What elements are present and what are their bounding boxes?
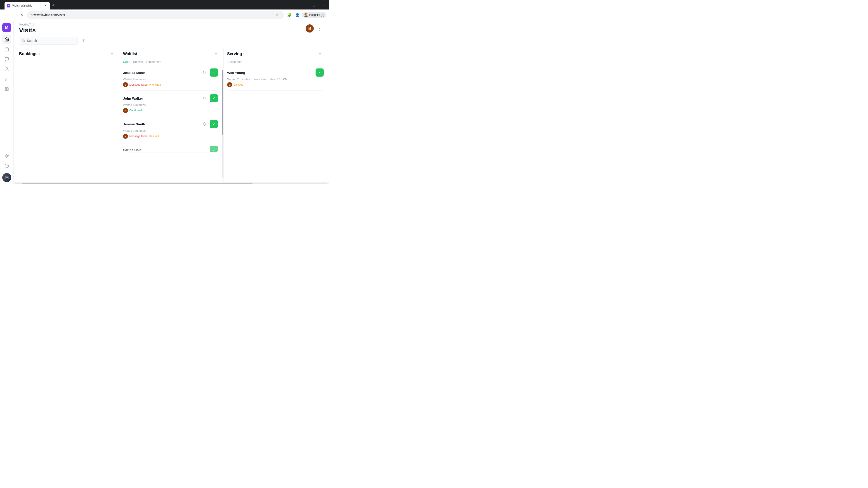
sidebar-item-home[interactable] bbox=[2, 35, 11, 44]
columns-container: Bookings › + Waitlist › + Open bbox=[13, 47, 329, 182]
sidebar-item-analytics[interactable] bbox=[2, 74, 11, 84]
page-title: Visits bbox=[19, 27, 36, 34]
visit-card-sarina-dale[interactable]: Sarina Dale ✓ bbox=[123, 142, 218, 153]
bookings-chevron[interactable]: › bbox=[39, 52, 40, 56]
bell-jemina-button[interactable] bbox=[201, 121, 208, 128]
active-tab[interactable]: W Visits | Waitwhile ✕ bbox=[4, 2, 50, 9]
maximize-button[interactable]: □ bbox=[308, 2, 319, 9]
visit-name-wee: Wee Young bbox=[227, 71, 245, 74]
serving-title: Serving bbox=[227, 52, 242, 56]
waitlist-list: Jessica Moon ✓ Waited 2 minutes M M bbox=[123, 65, 219, 182]
svg-point-4 bbox=[6, 68, 7, 69]
visit-wait-jessica: Waited 2 minutes bbox=[123, 77, 218, 81]
serving-status: 1 customer bbox=[227, 60, 324, 65]
bell-john-button[interactable] bbox=[201, 95, 208, 102]
check-sarina-button[interactable]: ✓ bbox=[210, 146, 218, 153]
incognito-label: Incognito (2) bbox=[309, 13, 324, 17]
waitlist-chevron[interactable]: › bbox=[139, 52, 140, 56]
window-controls: ─ □ ✕ bbox=[298, 2, 329, 9]
serving-add-button[interactable]: + bbox=[316, 50, 324, 57]
sidebar: M 🎮 bbox=[0, 20, 13, 184]
bookings-add-button[interactable]: + bbox=[108, 50, 116, 57]
search-icon bbox=[22, 39, 25, 43]
incognito-icon: 🕵 bbox=[304, 13, 308, 17]
url-text: new.waitwhile.com/visits bbox=[31, 13, 274, 17]
tag-message-failed-jessica: Message failed bbox=[129, 83, 148, 86]
sidebar-item-lightning[interactable] bbox=[2, 151, 11, 160]
sidebar-item-calendar[interactable] bbox=[2, 45, 11, 54]
more-options-button[interactable]: ⋮ bbox=[315, 24, 324, 33]
waitlist-status: Open · 1m wait · 4 customers bbox=[123, 60, 219, 65]
tag-delayed-jemina: Delayed bbox=[149, 135, 159, 138]
extensions-button[interactable]: 🧩 bbox=[286, 11, 293, 19]
visit-card-jessica-moon[interactable]: Jessica Moon ✓ Waited 2 minutes M M bbox=[123, 65, 218, 91]
svg-line-13 bbox=[24, 41, 25, 41]
avatar-jemina: M bbox=[123, 134, 128, 139]
profile-button[interactable]: 👤 bbox=[294, 11, 301, 19]
reload-button[interactable]: ↻ bbox=[18, 11, 25, 19]
bookings-list bbox=[19, 60, 116, 182]
browser-chrome: W Visits | Waitwhile ✕ + ─ □ ✕ ← → ↻ new… bbox=[0, 0, 329, 20]
tag-prioritized-jessica: Prioritized bbox=[149, 83, 161, 86]
check-jemina-button[interactable]: ✓ bbox=[210, 120, 218, 128]
visit-name-sarina: Sarina Dale bbox=[123, 148, 142, 152]
visit-name: Jessica Moon bbox=[123, 71, 145, 74]
bottom-scrollbar[interactable] bbox=[13, 182, 329, 184]
visit-name-john: John Walker bbox=[123, 96, 143, 100]
serving-chevron[interactable]: › bbox=[243, 52, 245, 56]
bookmark-button[interactable]: ☆ bbox=[274, 12, 280, 18]
column-waitlist: Waitlist › + Open · 1m wait · 4 customer… bbox=[123, 47, 223, 182]
waitlist-open-label: Open bbox=[123, 60, 130, 64]
check-jessica-button[interactable]: ✓ bbox=[210, 68, 218, 76]
sidebar-item-help[interactable] bbox=[2, 161, 11, 170]
sidebar-logo[interactable]: M bbox=[2, 23, 11, 32]
visit-name-jemina: Jemina Smith bbox=[123, 122, 145, 126]
bookings-title: Bookings bbox=[19, 52, 37, 56]
url-bar[interactable]: new.waitwhile.com/visits ☆ bbox=[27, 11, 284, 19]
column-bookings: Bookings › + bbox=[19, 47, 119, 182]
tag-message-failed-jemina: Message failed bbox=[129, 135, 148, 138]
minimize-button[interactable]: ─ bbox=[298, 2, 308, 9]
tag-delayed-wee: Delayed bbox=[234, 83, 243, 86]
svg-marker-9 bbox=[5, 154, 8, 158]
sidebar-item-chat[interactable] bbox=[2, 55, 11, 64]
tab-favicon: W bbox=[7, 4, 10, 7]
main-content: Moodjoy7434 Visits M ⋮ bbox=[13, 20, 329, 184]
new-tab-button[interactable]: + bbox=[50, 2, 57, 8]
close-window-button[interactable]: ✕ bbox=[319, 2, 329, 9]
omnibox-bar: ← → ↻ new.waitwhile.com/visits ☆ 🧩 👤 🕵 I… bbox=[0, 9, 329, 20]
svg-point-12 bbox=[22, 39, 24, 41]
sidebar-user-avatar[interactable]: 🎮 bbox=[2, 173, 11, 182]
bell-jessica-button[interactable] bbox=[201, 69, 208, 76]
avatar-wee: M bbox=[227, 82, 232, 87]
visit-wait-john: Waited 4 minutes bbox=[123, 103, 218, 107]
window-controls-left bbox=[0, 2, 4, 9]
user-menu-avatar[interactable]: M bbox=[306, 24, 314, 33]
incognito-badge[interactable]: 🕵 Incognito (2) bbox=[302, 12, 327, 18]
waitlist-add-button[interactable]: + bbox=[213, 50, 220, 57]
visit-card-wee-young[interactable]: Wee Young ✓ Served 2 minutes · Serve tim… bbox=[227, 65, 324, 91]
page-header: Moodjoy7434 Visits M ⋮ bbox=[13, 20, 329, 34]
sidebar-item-users[interactable] bbox=[2, 65, 11, 74]
tag-confirmed-john: Confirmed bbox=[129, 109, 142, 112]
app-container: M 🎮 Moo bbox=[0, 20, 329, 184]
filter-button[interactable] bbox=[80, 37, 88, 45]
tab-close-button[interactable]: ✕ bbox=[43, 4, 48, 8]
check-john-button[interactable]: ✓ bbox=[210, 94, 218, 102]
sidebar-item-settings[interactable] bbox=[2, 85, 11, 94]
search-input-wrapper[interactable] bbox=[19, 37, 78, 45]
column-serving: Serving › + 1 customer Wee Young ✓ bbox=[227, 47, 324, 182]
waitlist-scrollbar[interactable] bbox=[222, 70, 223, 177]
visit-card-john-walker[interactable]: John Walker ✓ Waited 4 minutes M Co bbox=[123, 91, 218, 116]
visit-card-jemina-smith[interactable]: Jemina Smith ✓ Waited 3 minutes M M bbox=[123, 117, 218, 142]
search-bar bbox=[13, 34, 329, 47]
forward-button[interactable]: → bbox=[10, 11, 18, 19]
visit-wait-wee: Served 2 minutes · Serve time Today, 3:1… bbox=[227, 77, 324, 81]
waitlist-status-text: · 1m wait · 4 customers bbox=[131, 60, 161, 64]
avatar-john: M bbox=[123, 108, 128, 113]
search-input[interactable] bbox=[27, 39, 75, 42]
waitlist-title: Waitlist bbox=[123, 52, 137, 56]
back-button[interactable]: ← bbox=[3, 11, 10, 19]
check-wee-button[interactable]: ✓ bbox=[315, 68, 324, 76]
org-name: Moodjoy7434 bbox=[19, 23, 36, 26]
